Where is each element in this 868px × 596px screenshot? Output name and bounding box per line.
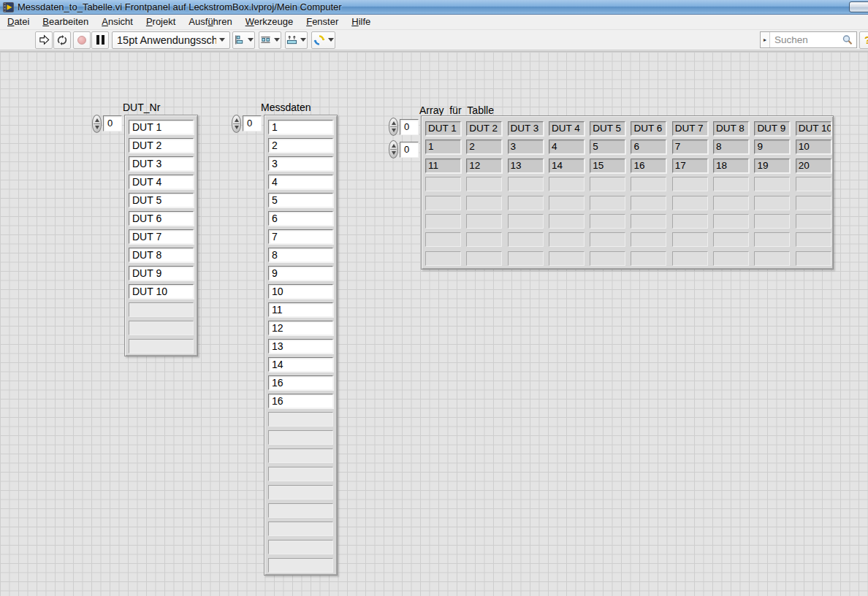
mess-index-field[interactable]: 0 [243,115,262,131]
table-col-index-spinner[interactable] [389,140,398,158]
menu-ausfuehren[interactable]: Ausführen [182,15,238,29]
array-cell[interactable]: 4 [268,175,333,189]
table-cell[interactable]: 15 [590,158,625,173]
table-cell[interactable]: DUT 1 [425,121,461,136]
table-col-index-field[interactable]: 0 [400,142,419,158]
table-cell[interactable]: 16 [631,158,666,173]
table-cell[interactable]: DUT 4 [549,121,585,136]
table-row-index-spinner[interactable] [389,118,398,136]
table-cell-empty [508,251,544,266]
array-cell[interactable]: DUT 4 [129,175,194,189]
array-cell[interactable]: 13 [268,339,333,354]
search-icon [842,34,853,46]
menu-hilfe[interactable]: Hilfe [345,15,377,29]
table-cell[interactable]: DUT 3 [508,121,544,136]
table-cell-empty [466,214,502,229]
table-cell[interactable]: DUT 5 [590,121,625,136]
table-cell-empty [590,177,625,191]
table-cell[interactable]: 3 [508,140,544,154]
array-cell[interactable]: 7 [268,229,333,244]
mess-array-label: Messdaten [261,102,311,113]
table-cell[interactable]: 8 [713,140,749,154]
table-cell[interactable]: 10 [796,140,831,154]
table-cell[interactable]: 11 [425,158,461,173]
table-cell[interactable]: 6 [631,140,666,154]
menu-ansicht[interactable]: Ansicht [95,15,140,29]
array-cell[interactable]: 5 [268,193,333,207]
table-cell[interactable]: 12 [466,158,502,173]
abort-button[interactable] [73,31,91,49]
array-cell[interactable]: 1 [268,120,333,134]
distribute-objects-button[interactable] [259,31,281,49]
search-options-arrow[interactable]: ▸ [761,32,770,47]
reorder-button[interactable] [311,31,335,49]
menu-bearbeiten[interactable]: Bearbeiten [36,15,95,29]
table-cell[interactable]: DUT 8 [713,121,749,136]
minimize-button[interactable] [849,1,868,12]
align-objects-button[interactable] [232,31,255,49]
table-cell[interactable]: DUT 10 [796,121,831,136]
table-cell-empty [590,232,625,247]
array-cell[interactable]: 16 [268,375,333,390]
resize-objects-button[interactable] [285,31,308,49]
array-cell[interactable]: 2 [268,138,333,153]
run-continuously-button[interactable] [53,31,71,49]
array-cell[interactable]: 14 [268,357,333,372]
array-cell[interactable]: DUT 10 [129,284,194,299]
mess-index-spinner[interactable] [232,115,241,133]
table-cell-empty [425,232,461,247]
table-cell-empty [549,232,585,247]
table-cell[interactable]: 20 [796,158,831,173]
array-cell-empty [268,412,333,427]
table-cell[interactable]: 4 [549,140,585,154]
table-cell[interactable]: 2 [466,140,502,154]
array-cell[interactable]: DUT 5 [129,193,194,207]
array-cell[interactable]: DUT 6 [129,211,194,226]
array-cell[interactable]: 9 [268,266,333,280]
table-cell-empty [672,232,708,247]
table-cell-empty [713,251,749,266]
dut-index-spinner[interactable] [92,115,102,133]
array-cell[interactable]: DUT 1 [129,120,194,134]
table-cell-empty [425,196,461,210]
menu-werkzeuge[interactable]: Werkzeuge [239,15,300,29]
array-cell[interactable]: 10 [268,284,333,299]
array-cell[interactable]: 16 [268,394,333,408]
table-cell[interactable]: DUT 6 [631,121,666,136]
table-cell[interactable]: 17 [672,158,708,173]
array-cell[interactable]: 12 [268,321,333,335]
table-cell-empty [631,177,666,191]
array-cell[interactable]: 11 [268,302,333,317]
array-cell[interactable]: 8 [268,248,333,262]
table-cell[interactable]: 1 [425,140,461,154]
array-cell[interactable]: DUT 2 [129,138,194,153]
table-cell-empty [631,251,666,266]
array-cell[interactable]: DUT 8 [129,248,194,262]
table-cell[interactable]: 19 [754,158,790,173]
table-row-index-field[interactable]: 0 [400,119,419,135]
array-cell[interactable]: DUT 7 [129,229,194,244]
array-cell[interactable]: DUT 9 [129,266,194,280]
array-cell[interactable]: 3 [268,156,333,171]
table-cell[interactable]: 18 [713,158,749,173]
table-cell[interactable]: DUT 9 [754,121,790,136]
menu-fenster[interactable]: Fenster [300,15,345,29]
context-help-button[interactable]: ? [859,31,868,49]
run-button[interactable] [35,31,53,49]
font-selector[interactable]: 15pt Anwendungsschriftart [112,31,230,49]
menu-projekt[interactable]: Projekt [140,15,182,29]
menu-datei[interactable]: Datei [1,15,36,29]
chevron-down-icon [274,38,280,42]
table-cell[interactable]: 13 [508,158,544,173]
array-cell[interactable]: DUT 3 [129,156,194,171]
table-cell[interactable]: DUT 2 [466,121,502,136]
pause-button[interactable] [91,31,109,49]
table-cell[interactable]: 9 [754,140,790,154]
table-cell-empty [754,232,790,247]
dut-index-field[interactable]: 0 [103,115,122,131]
array-cell[interactable]: 6 [268,211,333,226]
table-cell[interactable]: 7 [672,140,708,154]
table-cell[interactable]: 5 [590,140,625,154]
table-cell[interactable]: DUT 7 [672,121,708,136]
table-cell[interactable]: 14 [549,158,585,173]
